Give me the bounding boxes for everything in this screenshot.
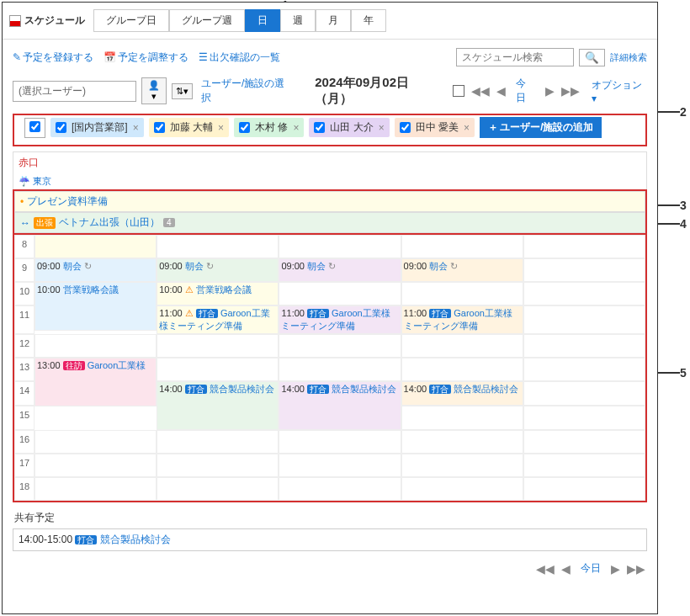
cell-16-3[interactable] [279, 430, 401, 454]
chip-u2-close[interactable]: × [293, 122, 299, 134]
cell-10-4[interactable] [401, 282, 523, 305]
cell-18-2[interactable] [157, 477, 279, 501]
nav-next[interactable]: ▶ [544, 84, 556, 98]
cell-17-1[interactable] [34, 454, 157, 477]
tab-group-week[interactable]: グループ週 [169, 9, 245, 32]
cell-12-2[interactable] [157, 334, 279, 358]
sort-button[interactable]: ⇅▾ [172, 83, 193, 99]
cell-12-3[interactable] [279, 334, 401, 358]
event-10-1[interactable]: 10:00 営業戦略会議 [34, 282, 157, 331]
cell-12-1[interactable] [34, 334, 157, 358]
chip-user-1[interactable]: 加藤 大輔 × [149, 118, 229, 137]
event-14-3[interactable]: 14:00 打合 競合製品検討会 [279, 381, 401, 430]
cell-13-3[interactable] [279, 358, 401, 381]
cell-18-3[interactable] [279, 477, 401, 501]
register-link[interactable]: ✎ 予定を登録する [13, 50, 93, 65]
tab-week[interactable]: 週 [280, 9, 316, 32]
cell-12-4[interactable] [401, 334, 523, 358]
event-11-4[interactable]: 11:00 打合 Garoon工業様ミーティング準備 [401, 305, 523, 334]
cell-13-5[interactable] [523, 358, 645, 381]
event-11-3[interactable]: 11:00 打合 Garoon工業様ミーティング準備 [279, 305, 401, 334]
shared-event-1[interactable]: 14:00-15:00 打合 競合製品検討会 [13, 528, 647, 551]
cell-11-5[interactable] [523, 305, 645, 334]
tab-day[interactable]: 日 [245, 9, 280, 32]
cell-16-4[interactable] [401, 430, 523, 454]
chip-user-3[interactable]: 山田 大介 × [309, 118, 389, 137]
option-link[interactable]: オプション ▾ [592, 78, 647, 104]
allday-event-1[interactable]: • プレゼン資料準備 [14, 191, 645, 212]
search-button[interactable]: 🔍 [579, 49, 605, 66]
cell-10-3[interactable] [279, 282, 401, 305]
user-facility-link[interactable]: ユーザー/施設の選択 [201, 77, 293, 105]
event-9-3[interactable]: 09:00 朝会 ↻ [279, 258, 401, 282]
chip-u3-check[interactable] [314, 122, 325, 133]
chip-u1-close[interactable]: × [218, 122, 224, 134]
cell-10-5[interactable] [523, 282, 645, 305]
date-picker-icon[interactable] [453, 85, 464, 97]
allday-event-2[interactable]: ↔ 出張 ベトナム出張（山田） 4 [14, 212, 645, 233]
bottom-today-link[interactable]: 今日 [576, 561, 606, 576]
event-9-2[interactable]: 09:00 朝会 ↻ [157, 258, 279, 282]
adjust-link[interactable]: 📅 予定を調整する [104, 50, 188, 65]
cell-16-2[interactable] [157, 430, 279, 454]
tab-group-day[interactable]: グループ日 [93, 9, 169, 32]
chip-u2-check[interactable] [239, 122, 250, 133]
cell-8-4[interactable] [401, 235, 523, 258]
cell-8-5[interactable] [523, 235, 645, 258]
tab-month[interactable]: 月 [316, 9, 351, 32]
bottom-nav-prev[interactable]: ◀ [560, 562, 572, 576]
chip-u1-check[interactable] [154, 122, 165, 133]
user-dropdown-button[interactable]: 👤▾ [141, 77, 167, 104]
adjust-label: 予定を調整する [118, 50, 188, 65]
bottom-nav-last[interactable]: ▶▶ [625, 562, 647, 576]
warning-icon: ⚠ [185, 308, 194, 318]
nav-last[interactable]: ▶▶ [560, 84, 581, 98]
cell-15-5[interactable] [523, 406, 645, 430]
today-link[interactable]: 今日 [511, 77, 540, 105]
cell-16-1[interactable] [34, 430, 157, 454]
event-13-1[interactable]: 13:00 往訪 Garoon工業様 [34, 358, 157, 406]
search-input[interactable] [456, 48, 574, 66]
cell-17-2[interactable] [157, 454, 279, 477]
cell-8-3[interactable] [279, 235, 401, 258]
add-user-button[interactable]: ＋ ユーザー/施設の追加 [480, 117, 602, 138]
event-14-4[interactable]: 14:00 打合 競合製品検討会 [401, 381, 523, 406]
all-checkbox[interactable] [24, 118, 45, 138]
cell-13-2[interactable] [157, 358, 279, 381]
event-9-4[interactable]: 09:00 朝会 ↻ [401, 258, 523, 282]
detail-search-link[interactable]: 詳細検索 [610, 51, 647, 64]
chip-dept-close[interactable]: × [133, 122, 139, 134]
cell-12-5[interactable] [523, 334, 645, 358]
chip-department[interactable]: [国内営業部] × [50, 118, 144, 137]
cell-18-1[interactable] [34, 477, 157, 501]
cell-9-5[interactable] [523, 258, 645, 282]
user-select[interactable]: (選択ユーザー) [13, 81, 136, 102]
event-10-2[interactable]: 10:00 ⚠ 営業戦略会議 [157, 282, 279, 305]
tab-year[interactable]: 年 [351, 9, 386, 32]
cell-17-5[interactable] [523, 454, 645, 477]
cell-18-5[interactable] [523, 477, 645, 501]
bottom-nav-first[interactable]: ◀◀ [534, 562, 556, 576]
chip-u3-close[interactable]: × [379, 122, 385, 134]
event-14-2[interactable]: 14:00 打合 競合製品検討会 [157, 381, 279, 430]
chip-user-4[interactable]: 田中 愛美 × [395, 118, 475, 137]
cell-17-3[interactable] [279, 454, 401, 477]
cell-17-4[interactable] [401, 454, 523, 477]
cell-18-4[interactable] [401, 477, 523, 501]
cell-15-4[interactable] [401, 406, 523, 430]
cell-8-1[interactable] [34, 235, 157, 258]
cell-13-4[interactable] [401, 358, 523, 381]
attendance-link[interactable]: ☰ 出欠確認の一覧 [199, 50, 280, 65]
chip-u4-close[interactable]: × [464, 122, 470, 134]
cell-16-5[interactable] [523, 430, 645, 454]
event-9-1[interactable]: 09:00 朝会 ↻ [34, 258, 157, 282]
bottom-nav-next[interactable]: ▶ [609, 562, 622, 576]
cell-8-2[interactable] [157, 235, 279, 258]
chip-u4-check[interactable] [400, 122, 411, 133]
nav-first[interactable]: ◀◀ [470, 84, 491, 98]
event-11-2[interactable]: 11:00 ⚠ 打合 Garoon工業様ミーティング準備 [157, 305, 279, 334]
chip-user-2[interactable]: 木村 修 × [234, 118, 304, 137]
chip-dept-check[interactable] [56, 122, 66, 133]
nav-prev[interactable]: ◀ [495, 84, 507, 98]
cell-14-5[interactable] [523, 381, 645, 406]
